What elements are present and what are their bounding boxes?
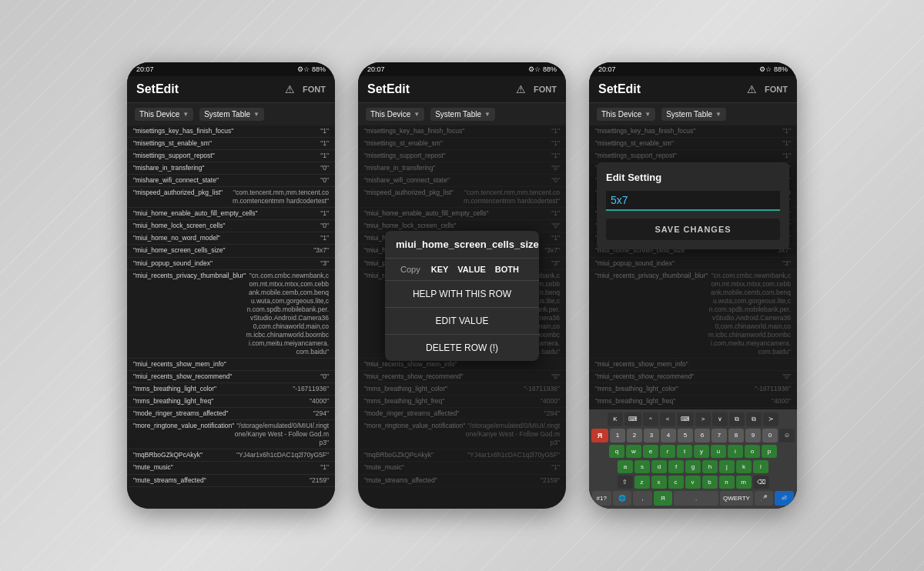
warning-icon-2[interactable]: ⚠ (516, 83, 526, 95)
kb-qwerty-label[interactable]: QWERTY (720, 491, 753, 506)
kb-num-toggle[interactable]: #1? (592, 491, 611, 506)
list-item[interactable]: "mishare_wifi_connect_state""0" (127, 175, 335, 187)
list-item[interactable]: "mqBRboGZkQPcAkyk""YJ4ar1x6h1cDAC1q2l70y… (127, 449, 335, 462)
kb-k[interactable]: k (736, 460, 752, 473)
list-item[interactable]: "more_ringtone_value_notification""/stor… (127, 420, 335, 449)
table-select-2[interactable]: System Table ▼ (430, 108, 495, 121)
kb-e[interactable]: e (643, 445, 658, 458)
kb-c[interactable]: c (668, 476, 684, 489)
kb-up[interactable]: ^ (643, 412, 658, 426)
kb-u[interactable]: u (711, 445, 726, 458)
list-item[interactable]: "mms_breathing_light_freq""4000" (127, 396, 335, 408)
list-item[interactable]: "misettings_st_enable_sm""1" (127, 138, 335, 150)
edit-value-btn[interactable]: EDIT VALUE (385, 307, 539, 334)
list-item[interactable]: "miui_popup_sound_index""3" (127, 258, 335, 270)
kb-0[interactable]: 0 (762, 429, 778, 442)
kb-5[interactable]: 5 (678, 429, 693, 442)
kb-2[interactable]: 2 (627, 429, 642, 442)
kb-l[interactable]: l (753, 460, 768, 473)
list-item[interactable]: "miui_home_no_word_model""1" (127, 232, 335, 245)
kb-mic[interactable]: 🎤 (755, 491, 774, 506)
list-item[interactable]: "miui_home_screen_cells_size""3x7" (127, 245, 335, 257)
kb-y[interactable]: y (694, 445, 709, 458)
delete-row-btn[interactable]: DELETE ROW (!) (385, 334, 539, 361)
copy-key-btn[interactable]: KEY (427, 263, 454, 275)
kb-s[interactable]: s (634, 460, 650, 473)
kb-w[interactable]: w (626, 445, 641, 458)
copy-both-btn[interactable]: BOTH (490, 263, 524, 275)
warning-icon-3[interactable]: ⚠ (747, 83, 757, 95)
kb-j[interactable]: j (719, 460, 735, 473)
kb-r[interactable]: r (660, 445, 675, 458)
kb-f[interactable]: f (668, 460, 684, 473)
kb-paste[interactable]: ⧉ (746, 412, 762, 426)
kb-6[interactable]: 6 (695, 429, 710, 442)
kb-t[interactable]: t (677, 445, 692, 458)
kb-globe[interactable]: 🌐 (613, 491, 632, 506)
kb-b[interactable]: b (702, 476, 718, 489)
kb-v[interactable]: v (685, 476, 701, 489)
list-item[interactable]: "misettings_key_has_finish_focus""1" (127, 125, 335, 138)
device-select-3[interactable]: This Device ▼ (597, 108, 655, 121)
kb-x[interactable]: x (651, 476, 667, 489)
kb-p[interactable]: p (762, 445, 777, 458)
kb-enter[interactable]: ⏎ (775, 491, 794, 506)
kb-lang[interactable]: ⌨ (677, 412, 694, 426)
table-select-3[interactable]: System Table ▼ (661, 108, 726, 121)
list-item[interactable]: "mishare_in_transfering""0" (127, 162, 335, 175)
list-item[interactable]: "mute_streams_affected""2159" (127, 475, 335, 487)
kb-q[interactable]: q (609, 445, 624, 458)
copy-value-btn[interactable]: VALUE (453, 263, 490, 275)
kb-down[interactable]: ∨ (712, 412, 728, 426)
kb-emoji[interactable]: ☺ (779, 429, 795, 442)
kb-m[interactable]: m (736, 476, 752, 489)
save-changes-btn[interactable]: SAVE CHANGES (606, 219, 780, 240)
list-area-1[interactable]: "misettings_key_has_finish_focus""1""mis… (127, 125, 335, 509)
kb-copy[interactable]: ⧉ (729, 412, 745, 426)
font-button-1[interactable]: FONT (303, 85, 326, 94)
list-item[interactable]: "misettings_support_repost""1" (127, 150, 335, 162)
list-item[interactable]: "miui_home_enable_auto_fill_empty_cells"… (127, 208, 335, 220)
font-button-3[interactable]: FONT (765, 85, 788, 94)
kb-h[interactable]: h (702, 460, 718, 473)
kb-a[interactable]: a (618, 460, 633, 473)
kb-right[interactable]: > (695, 412, 711, 426)
kb-comma[interactable]: , (633, 491, 652, 506)
device-select-2[interactable]: This Device ▼ (366, 108, 424, 121)
table-select-1[interactable]: System Table ▼ (199, 108, 264, 121)
list-item[interactable]: "miui_recents_show_mem_info" (127, 359, 335, 371)
kb-i[interactable]: i (728, 445, 743, 458)
kb-yandex-small[interactable]: Я (654, 491, 673, 506)
list-item[interactable]: "miui_home_lock_screen_cells""0" (127, 220, 335, 232)
device-select-1[interactable]: This Device ▼ (135, 108, 193, 121)
kb-yandex[interactable]: Я (591, 429, 608, 442)
kb-K[interactable]: K (608, 412, 623, 426)
kb-n[interactable]: n (719, 476, 735, 489)
list-item[interactable]: "miui_recents_privacy_thumbnail_blur""cn… (127, 270, 335, 359)
kb-7[interactable]: 7 (711, 429, 727, 442)
list-item[interactable]: "miui_recents_show_recommend""0" (127, 371, 335, 383)
kb-d[interactable]: d (651, 460, 667, 473)
kb-o[interactable]: o (745, 445, 760, 458)
help-row-btn[interactable]: HELP WITH THIS ROW (385, 280, 539, 307)
keyboard[interactable]: K ⌨ ^ < ⌨ > ∨ ⧉ ⧉ ≻ Я 1 2 3 4 5 6 7 (589, 409, 797, 509)
list-item[interactable]: "mode_ringer_streams_affected""294" (127, 408, 335, 420)
kb-g[interactable]: g (685, 460, 701, 473)
kb-8[interactable]: 8 (728, 429, 744, 442)
kb-1[interactable]: 1 (610, 429, 625, 442)
kb-4[interactable]: 4 (661, 429, 676, 442)
warning-icon-1[interactable]: ⚠ (285, 83, 295, 95)
list-item[interactable]: "mute_music""1" (127, 462, 335, 474)
kb-shift[interactable]: ⇧ (618, 476, 633, 489)
edit-value-input[interactable] (606, 191, 780, 211)
list-item[interactable]: "mms_breathing_light_color""-16711936" (127, 383, 335, 396)
kb-9[interactable]: 9 (745, 429, 761, 442)
list-item[interactable]: "mispeed_authorized_pkg_list""com.tencen… (127, 187, 335, 208)
kb-left[interactable]: < (660, 412, 675, 426)
font-button-2[interactable]: FONT (534, 85, 557, 94)
kb-3[interactable]: 3 (644, 429, 659, 442)
kb-z[interactable]: z (634, 476, 650, 489)
kb-done[interactable]: ≻ (763, 412, 778, 426)
kb-backspace[interactable]: ⌫ (753, 476, 769, 489)
kb-space[interactable]: . (674, 491, 718, 506)
